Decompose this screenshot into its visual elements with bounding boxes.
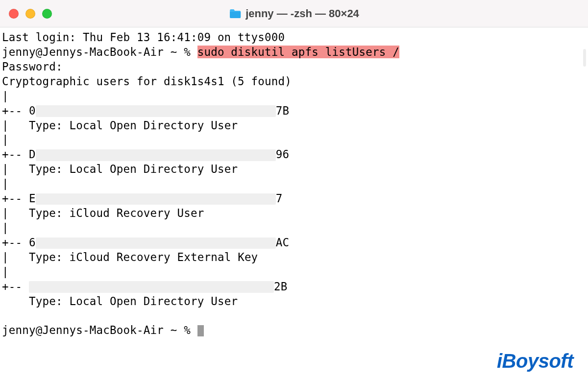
- maximize-button[interactable]: [42, 9, 52, 19]
- redacted-uuid: [36, 193, 276, 205]
- user-type-4: | Type: iCloud Recovery External Key: [2, 250, 588, 265]
- tree-pipe: |: [2, 177, 588, 191]
- user-prefix: +--: [2, 280, 29, 293]
- user-entry-3: +-- E7: [2, 191, 588, 206]
- password-line: Password:: [2, 60, 588, 74]
- user-prefix: +-- 0: [2, 104, 36, 117]
- tree-pipe: |: [2, 133, 588, 147]
- redacted-uuid: [36, 238, 276, 249]
- tree-pipe: |: [2, 221, 588, 236]
- window-title: jenny — -zsh — 80×24: [245, 7, 359, 20]
- redacted-uuid: [36, 105, 276, 117]
- user-entry-4: +-- 6AC: [2, 236, 588, 250]
- highlighted-command: sudo diskutil apfs listUsers /: [197, 46, 399, 58]
- scrollbar-thumb[interactable]: [583, 49, 586, 67]
- tree-pipe: |: [2, 89, 588, 104]
- user-suffix: 7: [276, 192, 283, 205]
- tree-indent: [2, 295, 29, 308]
- user-prefix: +-- E: [2, 192, 36, 205]
- user-entry-2: +-- D96: [2, 147, 588, 162]
- user-type-3: | Type: iCloud Recovery User: [2, 206, 588, 221]
- tree-pipe: |: [2, 265, 588, 280]
- terminal-output[interactable]: Last login: Thu Feb 13 16:41:09 on ttys0…: [0, 27, 588, 380]
- tree-indent: |: [2, 163, 29, 175]
- redacted-uuid: [36, 149, 276, 161]
- window-title-area: jenny — -zsh — 80×24: [229, 7, 359, 20]
- user-suffix: 96: [276, 148, 290, 161]
- close-button[interactable]: [9, 9, 19, 19]
- user-entry-5: +-- 2B: [2, 280, 588, 294]
- user-prefix: +-- D: [2, 148, 36, 161]
- redacted-uuid: [29, 281, 274, 293]
- tree-indent: |: [2, 119, 29, 132]
- traffic-lights: [0, 9, 52, 19]
- command-line-2: jenny@Jennys-MacBook-Air ~ %: [2, 323, 588, 338]
- prompt-prefix: jenny@Jennys-MacBook-Air ~ %: [2, 46, 197, 58]
- user-prefix: +-- 6: [2, 236, 36, 249]
- prompt-prefix-2: jenny@Jennys-MacBook-Air ~ %: [2, 324, 197, 336]
- terminal-window: jenny — -zsh — 80×24 Last login: Thu Feb…: [0, 0, 588, 380]
- titlebar: jenny — -zsh — 80×24: [0, 0, 588, 27]
- command-line-1: jenny@Jennys-MacBook-Air ~ % sudo diskut…: [2, 45, 588, 60]
- user-type-text: Type: Local Open Directory User: [29, 295, 238, 308]
- user-type-1: | Type: Local Open Directory User: [2, 119, 588, 133]
- user-type-5: Type: Local Open Directory User: [2, 294, 588, 309]
- tree-indent: |: [2, 251, 29, 263]
- user-type-text: Type: Local Open Directory User: [29, 163, 238, 175]
- user-type-text: Type: iCloud Recovery User: [29, 207, 204, 219]
- user-suffix: 7B: [276, 104, 290, 117]
- blank-line: [2, 309, 588, 324]
- user-type-text: Type: Local Open Directory User: [29, 119, 238, 132]
- tree-indent: |: [2, 207, 29, 219]
- result-header: Cryptographic users for disk1s4s1 (5 fou…: [2, 74, 588, 89]
- user-suffix: AC: [276, 236, 290, 249]
- user-type-text: Type: iCloud Recovery External Key: [29, 251, 258, 263]
- user-entry-1: +-- 07B: [2, 104, 588, 119]
- minimize-button[interactable]: [25, 9, 35, 19]
- watermark-logo: iBoysoft: [497, 350, 573, 372]
- user-type-2: | Type: Local Open Directory User: [2, 162, 588, 177]
- user-suffix: 2B: [274, 280, 288, 293]
- last-login-line: Last login: Thu Feb 13 16:41:09 on ttys0…: [2, 30, 588, 45]
- cursor-icon: [197, 325, 204, 337]
- folder-icon: [229, 8, 242, 19]
